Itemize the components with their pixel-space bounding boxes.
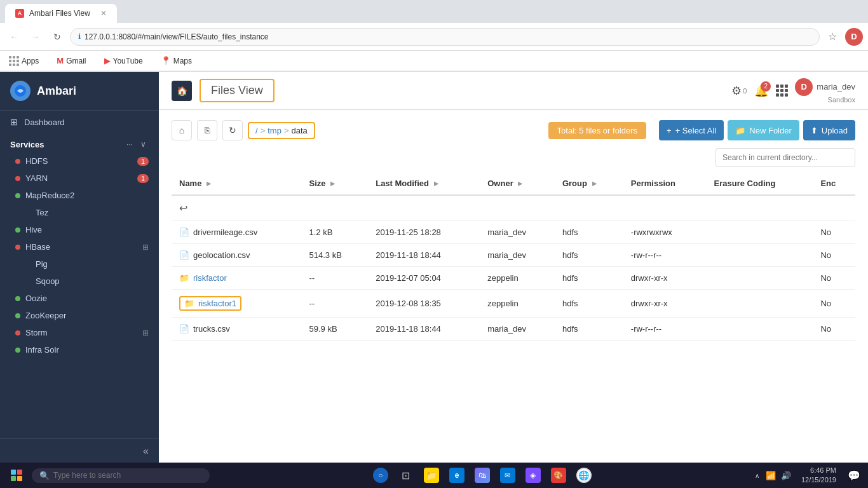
sidebar-item-oozie-label: Oozie xyxy=(25,294,47,303)
breadcrumb-root[interactable]: / xyxy=(255,126,258,135)
sidebar-item-hdfs[interactable]: HDFS 1 xyxy=(0,152,159,170)
folder-icon: 📁 xyxy=(184,299,194,308)
sidebar-item-mapreduce2-label: MapReduce2 xyxy=(25,191,74,200)
table-row[interactable]: 📁 riskfactor -- 2019-12-07 05:04 zeppeli… xyxy=(172,267,855,290)
sidebar-section-services: Services ··· ∨ xyxy=(0,133,159,152)
home-dir-button[interactable]: ⌂ xyxy=(172,120,192,140)
file-erasure-cell xyxy=(707,290,813,318)
refresh-button[interactable]: ↻ xyxy=(222,120,243,140)
apps-grid-icon xyxy=(9,56,19,66)
yarn-status-dot xyxy=(15,176,20,181)
sidebar-item-storm-label: Storm xyxy=(25,328,48,337)
file-enc-cell: No xyxy=(813,244,855,267)
sidebar-item-hive[interactable]: Hive xyxy=(0,221,159,238)
file-permission-cell: -rw-r--r-- xyxy=(623,318,707,341)
back-cell: ↩ xyxy=(172,195,855,221)
user-button[interactable]: D maria_dev xyxy=(795,78,855,96)
folder-icon: 📁 xyxy=(179,273,189,283)
hbase-icon: ⊞ xyxy=(142,243,149,252)
file-size-cell: 514.3 kB xyxy=(302,244,369,267)
folder-icon: 📁 xyxy=(735,126,745,135)
col-group[interactable]: Group ▸ xyxy=(555,172,623,195)
file-name-cell: 📄 drivermileage.csv xyxy=(172,221,302,244)
sidebar-collapse-button[interactable]: « xyxy=(143,445,149,457)
reload-button[interactable]: ↻ xyxy=(48,28,66,46)
tab-close[interactable]: ✕ xyxy=(100,9,107,18)
table-row[interactable]: 📁 riskfactor1 -- 2019-12-08 18:35 zeppel… xyxy=(172,290,855,318)
browser-chrome: A Ambari Files View ✕ ← → ↻ ℹ 127.0.0.1:… xyxy=(0,0,868,72)
bookmark-youtube[interactable]: ▶ YouTube xyxy=(100,55,147,67)
bookmark-maps[interactable]: 📍 Maps xyxy=(157,55,196,67)
breadcrumb-tmp[interactable]: tmp xyxy=(268,126,281,135)
file-enc-cell: No xyxy=(813,221,855,244)
back-row: ↩ xyxy=(172,195,855,221)
riskfactor1-highlighted-box: 📁 riskfactor1 xyxy=(179,296,241,311)
sqoop-status-dot xyxy=(25,279,31,284)
col-size[interactable]: Size ▸ xyxy=(302,172,369,195)
bookmark-apps[interactable]: Apps xyxy=(5,55,43,67)
sidebar-item-storm[interactable]: Storm ⊞ xyxy=(0,324,159,341)
taskbar: 🔍 ○ ⊡ 📁 e 🛍 ✉ ◈ 🎨 🌐 ∧ xyxy=(0,463,868,463)
col-erasure: Erasure Coding xyxy=(707,172,813,195)
file-enc-cell: No xyxy=(813,318,855,341)
select-all-button[interactable]: + + Select All xyxy=(659,120,724,140)
sidebar-item-sqoop-label: Sqoop xyxy=(36,276,60,286)
sidebar-item-zookeeper-label: ZooKeeper xyxy=(25,311,66,320)
services-expand-btn[interactable]: ∨ xyxy=(138,139,149,150)
active-tab[interactable]: A Ambari Files View ✕ xyxy=(5,4,117,23)
back-button[interactable]: ← xyxy=(5,28,23,46)
bookmark-maps-label: Maps xyxy=(173,57,192,65)
file-group-cell: hdfs xyxy=(555,267,623,290)
copy-button[interactable]: ⎘ xyxy=(197,120,217,140)
upload-button[interactable]: ⬆ Upload xyxy=(803,120,855,140)
bookmark-gmail[interactable]: M Gmail xyxy=(53,55,90,67)
user-section: D maria_dev Sandbox xyxy=(795,78,855,104)
riskfactor1-name: riskfactor1 xyxy=(198,299,236,308)
bookmark-star[interactable]: ☆ xyxy=(824,28,841,46)
breadcrumb-data: data xyxy=(291,126,307,135)
directory-search-input[interactable] xyxy=(715,148,855,167)
services-more-btn[interactable]: ··· xyxy=(124,139,135,150)
file-group-cell: hdfs xyxy=(555,221,623,244)
sidebar-item-yarn[interactable]: YARN 1 xyxy=(0,170,159,187)
youtube-icon: ▶ xyxy=(104,56,111,65)
sidebar-item-dashboard[interactable]: ⊞ Dashboard xyxy=(0,111,159,133)
size-sort-icon: ▸ xyxy=(330,179,335,188)
sidebar-item-zookeeper[interactable]: ZooKeeper xyxy=(0,307,159,324)
notifications-button[interactable]: 🔔 2 xyxy=(754,84,768,98)
sidebar-item-infrasolr[interactable]: Infra Solr xyxy=(0,341,159,358)
app-container: Ambari ⊞ Dashboard Services ··· ∨ HDFS 1 xyxy=(0,72,868,463)
sidebar-item-tez[interactable]: Tez xyxy=(0,204,159,221)
grid-view-button[interactable] xyxy=(776,85,787,97)
file-permission-cell: drwxr-xr-x xyxy=(623,267,707,290)
sidebar-item-oozie[interactable]: Oozie xyxy=(0,290,159,307)
col-modified[interactable]: Last Modified ▸ xyxy=(368,172,480,195)
col-name[interactable]: Name ▸ xyxy=(172,172,302,195)
back-button-arrow[interactable]: ↩ xyxy=(179,203,187,214)
forward-button[interactable]: → xyxy=(27,28,44,46)
sidebar-item-sqoop[interactable]: Sqoop xyxy=(0,273,159,290)
name-sort-icon: ▸ xyxy=(207,179,211,188)
home-button[interactable]: 🏠 xyxy=(172,81,192,101)
new-folder-button[interactable]: 📁 New Folder xyxy=(728,120,799,140)
profile-button[interactable]: D xyxy=(845,28,863,46)
table-row[interactable]: 📄 trucks.csv 59.9 kB 2019-11-18 18:44 ma… xyxy=(172,318,855,341)
file-owner-cell: maria_dev xyxy=(480,244,555,267)
total-files-badge: Total: 5 files or folders xyxy=(548,122,646,139)
table-row[interactable]: 📄 drivermileage.csv 1.2 kB 2019-11-25 18… xyxy=(172,221,855,244)
file-erasure-cell xyxy=(707,318,813,341)
storm-status-dot xyxy=(15,330,20,336)
sidebar-item-hbase[interactable]: HBase ⊞ xyxy=(0,238,159,255)
sidebar-item-mapreduce2[interactable]: MapReduce2 xyxy=(0,187,159,204)
file-icon: 📄 xyxy=(179,250,189,260)
file-name: 📄 drivermileage.csv xyxy=(179,227,294,237)
address-bar[interactable]: ℹ 127.0.0.1:8080/#/main/view/FILES/auto_… xyxy=(70,28,820,46)
file-modified-cell: 2019-12-07 05:04 xyxy=(368,267,480,290)
table-header-row: Name ▸ Size ▸ Last Modified ▸ Owner ▸ Gr… xyxy=(172,172,855,195)
settings-button[interactable]: ⚙ 0 xyxy=(731,84,747,98)
table-row[interactable]: 📄 geolocation.csv 514.3 kB 2019-11-18 18… xyxy=(172,244,855,267)
file-name: 📄 geolocation.csv xyxy=(179,250,294,260)
file-group-cell: hdfs xyxy=(555,244,623,267)
sidebar-item-pig[interactable]: Pig xyxy=(0,255,159,273)
col-owner[interactable]: Owner ▸ xyxy=(480,172,555,195)
